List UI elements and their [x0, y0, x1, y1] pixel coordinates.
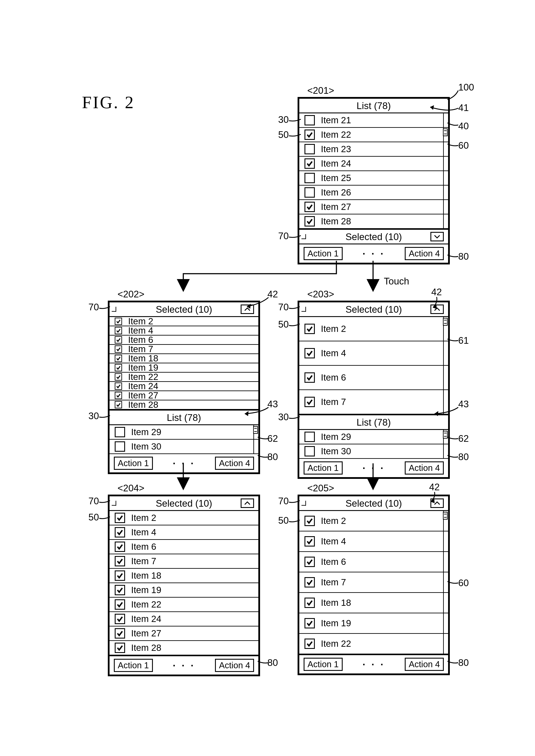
list-item[interactable]: Item 2 — [110, 317, 258, 326]
action-4-button[interactable]: Action 4 — [405, 461, 444, 474]
checkbox-icon[interactable] — [115, 441, 125, 452]
action-4-button[interactable]: Action 4 — [215, 457, 254, 470]
selected-bar[interactable]: Selected (10) — [299, 496, 448, 511]
checkbox-checked-icon[interactable] — [115, 614, 125, 624]
checkbox-checked-icon[interactable] — [304, 557, 315, 567]
checkbox-icon[interactable] — [304, 173, 315, 183]
checkbox-checked-icon[interactable] — [304, 516, 315, 526]
list-item[interactable]: Item 21 — [299, 113, 448, 128]
selected-bar[interactable]: Selected (10) — [110, 496, 258, 511]
list-item[interactable]: Item 22 — [110, 373, 258, 382]
list-item[interactable]: Item 7 — [110, 345, 258, 354]
list-item[interactable]: Item 19 — [110, 583, 258, 598]
checkbox-checked-icon[interactable] — [115, 345, 122, 353]
list-item[interactable]: Item 24 — [299, 157, 448, 171]
checkbox-checked-icon[interactable] — [115, 527, 125, 537]
list-item[interactable]: Item 22 — [299, 128, 448, 142]
list-item[interactable]: Item 27 — [299, 200, 448, 214]
checkbox-checked-icon[interactable] — [115, 599, 125, 610]
action-1-button[interactable]: Action 1 — [114, 659, 153, 672]
list-item[interactable]: Item 22 — [110, 598, 258, 612]
selected-bar[interactable]: Selected (10) — [299, 229, 448, 244]
action-1-button[interactable]: Action 1 — [304, 658, 343, 671]
checkbox-checked-icon[interactable] — [304, 202, 315, 212]
checkbox-checked-icon[interactable] — [115, 628, 125, 638]
checkbox-checked-icon[interactable] — [115, 336, 122, 343]
list-item[interactable]: Item 29 — [299, 430, 448, 445]
checkbox-checked-icon[interactable] — [304, 618, 315, 629]
checkbox-checked-icon[interactable] — [115, 364, 122, 371]
list-item[interactable]: Item 27 — [110, 627, 258, 641]
checkbox-checked-icon[interactable] — [304, 158, 315, 169]
list-item[interactable]: Item 28 — [110, 400, 258, 410]
list-item[interactable]: Item 22 — [299, 634, 448, 654]
action-1-button[interactable]: Action 1 — [114, 457, 153, 470]
list-item[interactable]: Item 4 — [299, 531, 448, 552]
list-item[interactable]: Item 30 — [110, 440, 258, 454]
list-item[interactable]: Item 18 — [299, 593, 448, 613]
checkbox-checked-icon[interactable] — [115, 355, 122, 362]
checkbox-icon[interactable] — [304, 187, 315, 198]
list-item[interactable]: Item 7 — [110, 554, 258, 569]
checkbox-icon[interactable] — [304, 446, 315, 456]
checkbox-checked-icon[interactable] — [115, 570, 125, 581]
checkbox-icon[interactable] — [304, 115, 315, 125]
checkbox-checked-icon[interactable] — [115, 556, 125, 566]
list-item[interactable]: Item 7 — [299, 572, 448, 593]
checkbox-checked-icon[interactable] — [115, 327, 122, 334]
checkbox-checked-icon[interactable] — [115, 585, 125, 595]
checkbox-checked-icon[interactable] — [304, 129, 315, 140]
checkbox-icon[interactable] — [115, 427, 125, 437]
action-4-button[interactable]: Action 4 — [405, 658, 444, 671]
selected-bar[interactable]: Selected (10) — [299, 302, 448, 317]
collapse-button[interactable] — [241, 499, 254, 508]
list-item[interactable]: Item 6 — [299, 552, 448, 572]
checkbox-icon[interactable] — [304, 432, 315, 442]
action-4-button[interactable]: Action 4 — [405, 247, 444, 260]
list-item[interactable]: Item 6 — [110, 540, 258, 554]
checkbox-checked-icon[interactable] — [304, 216, 315, 227]
list-item[interactable]: Item 24 — [110, 612, 258, 627]
list-item[interactable]: Item 4 — [299, 341, 448, 366]
list-item[interactable]: Item 30 — [299, 445, 448, 459]
checkbox-checked-icon[interactable] — [304, 372, 315, 383]
action-1-button[interactable]: Action 1 — [304, 247, 343, 260]
checkbox-checked-icon[interactable] — [115, 401, 122, 408]
list-item[interactable]: Item 18 — [110, 569, 258, 583]
checkbox-checked-icon[interactable] — [115, 373, 122, 381]
list-item[interactable]: Item 28 — [110, 641, 258, 655]
checkbox-checked-icon[interactable] — [304, 577, 315, 587]
checkbox-checked-icon[interactable] — [304, 598, 315, 608]
list-item[interactable]: Item 19 — [299, 613, 448, 634]
expand-button[interactable] — [431, 232, 444, 241]
checkbox-checked-icon[interactable] — [115, 318, 122, 325]
list-item[interactable]: Item 28 — [299, 214, 448, 229]
list-item[interactable]: Item 2 — [299, 317, 448, 341]
checkbox-checked-icon[interactable] — [115, 383, 122, 390]
checkbox-checked-icon[interactable] — [304, 536, 315, 547]
list-item[interactable]: Item 2 — [299, 511, 448, 531]
checkbox-checked-icon[interactable] — [304, 324, 315, 334]
list-item[interactable]: Item 7 — [299, 390, 448, 415]
checkbox-checked-icon[interactable] — [115, 643, 125, 653]
checkbox-checked-icon[interactable] — [304, 348, 315, 358]
list-item[interactable]: Item 4 — [110, 526, 258, 540]
list-item[interactable]: Item 2 — [110, 511, 258, 526]
checkbox-checked-icon[interactable] — [304, 397, 315, 407]
list-item[interactable]: Item 26 — [299, 186, 448, 200]
list-item[interactable]: Item 24 — [110, 382, 258, 391]
checkbox-icon[interactable] — [304, 144, 315, 154]
list-item[interactable]: Item 6 — [299, 366, 448, 390]
list-item[interactable]: Item 23 — [299, 142, 448, 157]
action-4-button[interactable]: Action 4 — [215, 659, 254, 672]
list-item[interactable]: Item 29 — [110, 425, 258, 440]
checkbox-checked-icon[interactable] — [304, 638, 315, 649]
action-1-button[interactable]: Action 1 — [304, 461, 343, 474]
list-item[interactable]: Item 4 — [110, 326, 258, 336]
checkbox-checked-icon[interactable] — [115, 392, 122, 399]
list-item[interactable]: Item 25 — [299, 171, 448, 186]
list-item[interactable]: Item 18 — [110, 354, 258, 363]
checkbox-checked-icon[interactable] — [115, 513, 125, 523]
selected-bar[interactable]: Selected (10) — [110, 302, 258, 317]
list-item[interactable]: Item 6 — [110, 336, 258, 345]
